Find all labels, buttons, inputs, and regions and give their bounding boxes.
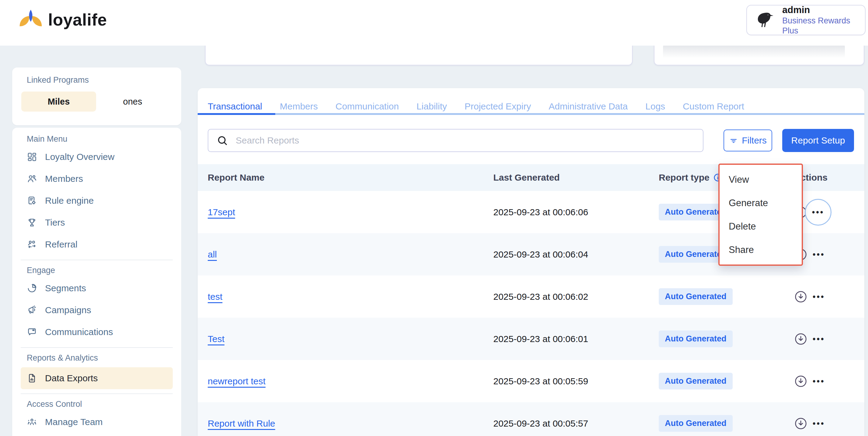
scrolled-card-inner-block bbox=[663, 44, 845, 59]
report-setup-button[interactable]: Report Setup bbox=[782, 129, 854, 152]
avatar bbox=[753, 9, 776, 31]
scrolled-card-right bbox=[654, 42, 864, 65]
tab-communication[interactable]: Communication bbox=[336, 101, 399, 112]
program-miles[interactable]: Miles bbox=[21, 92, 96, 112]
sidebar-item-label: Referral bbox=[45, 239, 78, 250]
report-type-badge: Auto Generated bbox=[659, 415, 733, 432]
report-name-link[interactable]: Report with Rule bbox=[208, 418, 275, 428]
sidebar-item-campaigns[interactable]: Campaigns bbox=[12, 299, 181, 321]
download-icon[interactable] bbox=[794, 375, 807, 388]
menu-item-delete[interactable]: Delete bbox=[720, 217, 802, 236]
app-logo[interactable]: loyalife bbox=[18, 8, 107, 31]
sidebar-item-manage-team[interactable]: Manage Team bbox=[12, 411, 181, 433]
tab-transactional[interactable]: Transactional bbox=[208, 101, 262, 112]
section-access-control: Access Control bbox=[12, 397, 181, 411]
app-header: loyalife admin Business Rewards Plus bbox=[0, 0, 868, 45]
sidebar-divider bbox=[21, 394, 173, 394]
sidebar-item-rule-engine[interactable]: Rule engine bbox=[12, 190, 181, 212]
user-program: Business Rewards Plus bbox=[782, 16, 859, 36]
col-report-name: Report Name bbox=[198, 173, 493, 183]
last-generated-cell: 2025-09-23 at 00:06:02 bbox=[493, 291, 659, 302]
tab-underline-track bbox=[198, 113, 864, 115]
sidebar-item-data-exports[interactable]: Data Exports bbox=[21, 367, 173, 389]
sidebar-item-label: Manage Team bbox=[45, 417, 103, 427]
menu-item-share[interactable]: Share bbox=[720, 241, 802, 259]
row-actions-menu-button[interactable]: ••• bbox=[813, 248, 825, 261]
sidebar-item-label: Members bbox=[45, 174, 83, 184]
search-icon bbox=[216, 134, 228, 147]
sidebar-item-label: Campaigns bbox=[45, 305, 91, 315]
search-input[interactable] bbox=[236, 135, 695, 146]
section-reports-analytics: Reports & Analytics bbox=[12, 351, 181, 365]
report-setup-label: Report Setup bbox=[792, 135, 845, 146]
col-last-generated: Last Generated bbox=[493, 173, 659, 183]
table-row: newreport test 2025-09-23 at 00:05:59 Au… bbox=[198, 360, 864, 402]
section-main-menu: Main Menu bbox=[12, 132, 181, 146]
report-type-badge: Auto Generated bbox=[659, 373, 733, 390]
row-actions-menu-button[interactable]: ••• bbox=[813, 375, 825, 388]
row-actions-menu-button[interactable]: ••• bbox=[813, 332, 825, 346]
filters-label: Filters bbox=[742, 135, 767, 146]
table-row: Report with Rule 2025-09-23 at 00:05:57 … bbox=[198, 402, 864, 436]
row-actions-menu-button[interactable]: ••• bbox=[813, 290, 825, 304]
document-chart-icon bbox=[27, 373, 37, 383]
sidebar-item-label: Communications bbox=[45, 327, 113, 337]
user-name: admin bbox=[782, 4, 859, 16]
program-ones[interactable]: ones bbox=[96, 97, 169, 107]
trophy-icon bbox=[27, 217, 37, 228]
menu-item-generate[interactable]: Generate bbox=[720, 194, 802, 212]
scrolled-card-left bbox=[205, 42, 632, 65]
rule-engine-icon bbox=[27, 195, 37, 206]
report-name-link[interactable]: test bbox=[208, 291, 222, 302]
sidebar-item-loyalty-overview[interactable]: Loyalty Overview bbox=[12, 146, 181, 168]
lotus-logo-icon bbox=[18, 8, 44, 31]
sidebar-item-members[interactable]: Members bbox=[12, 168, 181, 190]
last-generated-cell: 2025-09-23 at 00:05:57 bbox=[493, 418, 659, 429]
tab-logs[interactable]: Logs bbox=[645, 101, 665, 112]
sidebar-item-label: Data Exports bbox=[45, 373, 98, 383]
menu-item-view[interactable]: View bbox=[720, 170, 802, 189]
row-context-menu: View Generate Delete Share bbox=[718, 163, 803, 266]
report-name-link[interactable]: all bbox=[208, 249, 217, 259]
last-generated-cell: 2025-09-23 at 00:06:06 bbox=[493, 207, 659, 217]
members-icon bbox=[27, 174, 37, 184]
download-icon[interactable] bbox=[794, 417, 807, 430]
sidebar-item-communications[interactable]: Communications bbox=[12, 321, 181, 343]
megaphone-icon bbox=[27, 305, 37, 315]
sidebar-menu-card: Main Menu Loyalty Overview Members bbox=[12, 128, 181, 436]
report-name-link[interactable]: Test bbox=[208, 334, 224, 344]
row-menu-open-indicator: ••• bbox=[805, 199, 832, 226]
report-name-link[interactable]: 17sept bbox=[208, 207, 235, 217]
sidebar-item-referral[interactable]: Referral bbox=[12, 233, 181, 255]
user-menu[interactable]: admin Business Rewards Plus bbox=[746, 5, 866, 35]
download-icon[interactable] bbox=[794, 332, 807, 346]
sidebar-item-tiers[interactable]: Tiers bbox=[12, 212, 181, 233]
filters-button[interactable]: Filters bbox=[723, 129, 772, 151]
sidebar-item-segments[interactable]: Segments bbox=[12, 277, 181, 299]
pie-chart-icon bbox=[27, 283, 37, 293]
tab-liability[interactable]: Liability bbox=[416, 101, 447, 112]
tab-administrative-data[interactable]: Administrative Data bbox=[549, 101, 628, 112]
last-generated-cell: 2025-09-23 at 00:05:59 bbox=[493, 376, 659, 386]
linked-programs-title: Linked Programs bbox=[27, 75, 169, 85]
report-type-badge: Auto Generated bbox=[659, 331, 733, 347]
last-generated-cell: 2025-09-23 at 00:06:01 bbox=[493, 334, 659, 344]
row-actions-menu-button[interactable]: ••• bbox=[812, 206, 824, 219]
row-actions-menu-button[interactable]: ••• bbox=[813, 417, 825, 430]
chat-bubble-icon bbox=[27, 327, 37, 337]
search-box bbox=[208, 129, 704, 152]
tab-projected-expiry[interactable]: Projected Expiry bbox=[465, 101, 531, 112]
referral-icon bbox=[27, 239, 37, 250]
linked-programs-card: Linked Programs Miles ones bbox=[12, 67, 181, 125]
sidebar-item-label: Segments bbox=[45, 283, 86, 293]
download-icon[interactable] bbox=[794, 290, 807, 304]
table-row: Test 2025-09-23 at 00:06:01 Auto Generat… bbox=[198, 318, 864, 360]
report-name-link[interactable]: newreport test bbox=[208, 376, 266, 386]
reports-toolbar: Filters Report Setup bbox=[208, 129, 855, 152]
tab-members[interactable]: Members bbox=[280, 101, 318, 112]
tab-custom-report[interactable]: Custom Report bbox=[683, 101, 744, 112]
sidebar-divider bbox=[21, 347, 173, 348]
tab-active-underline bbox=[198, 113, 275, 115]
dashboard-icon bbox=[27, 152, 37, 162]
last-generated-cell: 2025-09-23 at 00:06:04 bbox=[493, 249, 659, 260]
